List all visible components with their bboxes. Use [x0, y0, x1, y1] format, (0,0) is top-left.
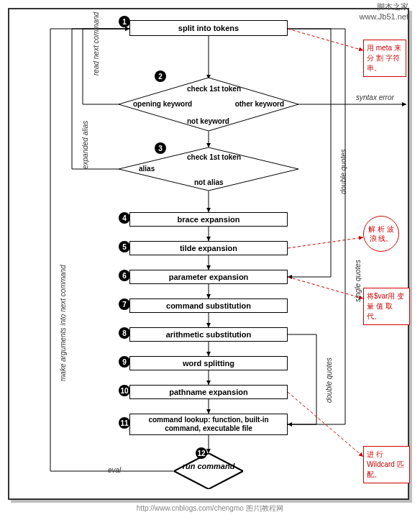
- step-2-left: opening keyword: [133, 100, 192, 108]
- step-5-box: tilde expansion: [129, 241, 288, 255]
- step-8-number: 8: [119, 327, 130, 339]
- edge-syntax-error: syntax error: [356, 94, 394, 101]
- annotation-1: 用 meta 来 分 割 字符串。: [363, 40, 406, 77]
- step-10-box: pathname expansion: [129, 385, 288, 399]
- step-1-label: split into tokens: [178, 24, 239, 32]
- step-3-diamond: check 1st token alias not alias: [119, 147, 298, 191]
- step-3-number: 3: [155, 142, 166, 154]
- step-12-label: run command: [174, 462, 243, 470]
- edge-eval: eval: [108, 466, 121, 474]
- step-1-box: split into tokens: [129, 20, 288, 36]
- step-11-label: command lookup: function, built-in comma…: [133, 416, 284, 433]
- step-4-number: 4: [119, 212, 130, 224]
- step-12-number: 12: [196, 447, 207, 459]
- step-2-bottom: not keyword: [187, 117, 229, 125]
- annotation-4: 进 行 Wildcard 匹配。: [363, 446, 410, 483]
- step-2-diamond: check 1st token opening keyword other ke…: [119, 78, 298, 131]
- step-9-box: word splitting: [129, 356, 288, 370]
- step-7-number: 7: [119, 298, 130, 310]
- step-9-number: 9: [119, 356, 130, 368]
- edge-make-args: make arguments into next command: [59, 265, 67, 381]
- svg-line-12: [288, 29, 363, 50]
- step-7-label: command substitution: [166, 301, 251, 310]
- edge-double-quotes-a: double quotes: [339, 149, 347, 194]
- step-8-box: arithmetic substitution: [129, 327, 288, 342]
- step-10-label: pathname expansion: [169, 388, 247, 396]
- step-3-top: check 1st token: [187, 153, 241, 161]
- step-1-number: 1: [119, 16, 130, 27]
- step-7-box: command substitution: [129, 298, 288, 313]
- svg-marker-18: [174, 453, 243, 489]
- step-11-box: command lookup: function, built-in comma…: [129, 414, 288, 435]
- step-9-label: word splitting: [183, 359, 234, 368]
- step-2-number: 2: [155, 70, 166, 82]
- step-8-label: arithmetic substitution: [166, 330, 252, 339]
- step-5-number: 5: [119, 241, 130, 252]
- step-3-bottom: not alias: [194, 178, 224, 186]
- step-2-top: check 1st token: [187, 85, 241, 93]
- step-4-label: brace expansion: [178, 215, 240, 224]
- step-12-terminator: run command: [174, 453, 243, 489]
- step-6-label: parameter expansion: [169, 273, 249, 281]
- step-2-right: other keyword: [235, 100, 284, 108]
- edge-single-quotes: single quotes: [354, 260, 362, 302]
- svg-line-14: [288, 277, 363, 298]
- edge-double-quotes-b: double quotes: [325, 357, 333, 403]
- svg-line-13: [288, 237, 363, 248]
- step-4-box: brace expansion: [129, 212, 288, 227]
- step-6-box: parameter expansion: [129, 270, 288, 284]
- step-10-number: 10: [119, 385, 130, 396]
- edge-read-next: read next command: [92, 12, 100, 76]
- step-6-number: 6: [119, 270, 130, 281]
- step-3-left: alias: [139, 165, 155, 173]
- footer-watermark: http://www.cnblogs.com/chengmo 图片|教程网: [0, 503, 420, 514]
- step-11-number: 11: [119, 417, 130, 429]
- diagram-root: 脚本之家 www.Jb51.net: [0, 0, 420, 515]
- annotation-2: 解 析 波 浪 线。: [363, 216, 399, 252]
- annotation-3: 将$var用 变 量 值 取代。: [363, 288, 410, 325]
- step-5-label: tilde expansion: [180, 244, 237, 252]
- edge-expanded-alias: expanded alias: [81, 121, 89, 169]
